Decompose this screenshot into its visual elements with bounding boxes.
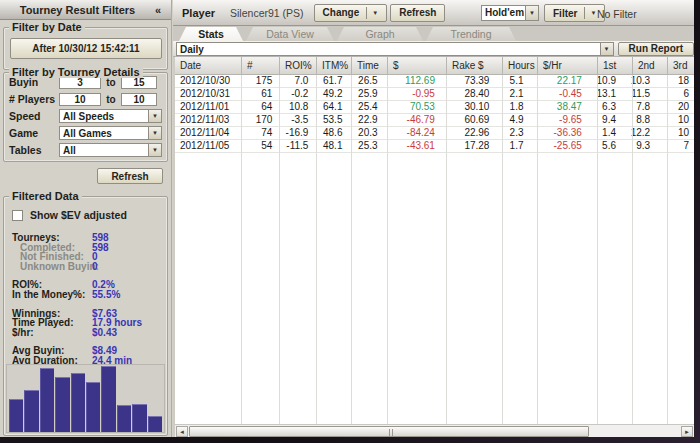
table-cell: 7.8: [621, 101, 655, 113]
scrollbar-thumb[interactable]: [189, 426, 589, 437]
column-header[interactable]: Time: [352, 57, 388, 75]
column-header[interactable]: Rake $: [447, 57, 503, 75]
column-header[interactable]: #: [242, 57, 280, 75]
table-cell: 2012/10/31: [175, 88, 240, 100]
sidebar-titlebar: Tourney Result Filters «: [0, 0, 171, 20]
column-header[interactable]: $: [388, 57, 447, 75]
table-cell: 7: [655, 140, 694, 152]
tables-dropdown-icon[interactable]: ▼: [148, 144, 161, 156]
change-dropdown-icon: ▼: [372, 10, 378, 16]
column-separator: [446, 75, 447, 424]
table-cell: 64: [240, 101, 277, 113]
players-from-input[interactable]: 10: [59, 93, 101, 106]
histogram-bar: [55, 377, 69, 432]
report-period-dropdown-icon[interactable]: ▼: [600, 43, 613, 55]
buyin-to-word: to: [101, 77, 121, 88]
column-header[interactable]: $/Hr: [538, 57, 598, 75]
table-cell: 54: [240, 140, 277, 152]
table-cell: 30.10: [440, 101, 494, 113]
speed-dropdown-icon[interactable]: ▼: [148, 110, 161, 122]
table-cell: 1.8: [494, 101, 528, 113]
players-to-input[interactable]: 10: [121, 93, 157, 106]
table-cell: 74: [240, 127, 277, 139]
table-cell: 2012/11/04: [175, 127, 240, 139]
tab-graph[interactable]: Graph: [337, 27, 423, 41]
column-header[interactable]: Date: [175, 57, 242, 75]
game-dropdown-icon[interactable]: ▼: [148, 127, 161, 139]
histogram-bar: [71, 373, 85, 432]
refresh-player-button[interactable]: Refresh: [390, 4, 445, 22]
scrollbar-grip: [389, 429, 393, 436]
table-row[interactable]: 2012/11/0474-16.948.620.3-84.2422.962.3-…: [175, 127, 694, 140]
scroll-left-icon[interactable]: ◄: [176, 426, 188, 437]
column-header[interactable]: ITM%: [317, 57, 352, 75]
main-panel: Player Silencer91 (PS) Change ▼ Refresh …: [173, 0, 694, 437]
players-to-word: to: [101, 94, 121, 105]
tab-data-view[interactable]: Data View: [246, 27, 334, 41]
scroll-right-icon[interactable]: ►: [681, 426, 693, 437]
tab-stats[interactable]: Stats: [179, 27, 243, 41]
speed-select-value: All Speeds: [60, 110, 148, 122]
button-divider: [584, 7, 585, 19]
histogram-bar: [148, 416, 162, 432]
table-row[interactable]: 2012/11/03170-3.553.522.9-46.7960.694.9-…: [175, 114, 694, 127]
table-cell: 73.39: [440, 75, 494, 87]
game-type-dropdown-icon[interactable]: ▼: [525, 6, 538, 20]
player-label: Player: [182, 7, 215, 19]
stat-value: $0.43: [92, 328, 117, 338]
app-window: Tourney Result Filters « Filter by Date …: [0, 0, 694, 437]
table-row[interactable]: 2012/11/016410.864.125.470.5330.101.838.…: [175, 101, 694, 114]
game-select[interactable]: All Games ▼: [59, 126, 162, 140]
change-player-label: Change: [323, 7, 360, 18]
column-header[interactable]: 3rd: [668, 57, 694, 75]
report-period-value: Daily: [177, 43, 600, 55]
speed-select[interactable]: All Speeds ▼: [59, 109, 162, 123]
tab-strip: Stats Data View Graph Trending: [173, 26, 694, 41]
game-type-select[interactable]: Hold'em ▼: [481, 5, 539, 21]
change-player-button[interactable]: Change ▼: [314, 4, 388, 22]
table-cell: 1.4: [587, 127, 621, 139]
table-row[interactable]: 2012/10/3161-0.249.225.9-0.9528.402.1-0.…: [175, 88, 694, 101]
column-separator: [537, 75, 538, 424]
report-period-select[interactable]: Daily ▼: [176, 42, 614, 56]
filter-by-details-legend: Filter by Tourney Details: [9, 66, 143, 78]
filters-sidebar: Tourney Result Filters « Filter by Date …: [0, 0, 172, 437]
table-cell: 7.0: [277, 75, 313, 87]
tab-trending[interactable]: Trending: [426, 27, 516, 41]
tables-row: Tables All ▼: [4, 142, 167, 158]
date-filter-button[interactable]: After 10/30/12 15:42:11: [10, 38, 162, 59]
table-cell: 5.6: [587, 140, 621, 152]
column-header[interactable]: ROI%: [280, 57, 317, 75]
collapse-sidebar-icon[interactable]: «: [155, 4, 171, 16]
column-header[interactable]: Hours: [503, 57, 538, 75]
table-cell: 61.7: [313, 75, 347, 87]
column-header[interactable]: 1st: [598, 57, 633, 75]
table-cell: 25.3: [347, 140, 382, 152]
stat-label: Unknown Buyin:: [20, 262, 99, 272]
column-separator: [667, 75, 668, 424]
column-header[interactable]: 2nd: [633, 57, 668, 75]
filter-status-text: No Filter: [597, 8, 637, 20]
table-cell: 170: [240, 114, 277, 126]
ev-adjusted-checkbox[interactable]: [12, 210, 23, 221]
report-toolbar: Daily ▼ Run Report: [173, 41, 694, 57]
tables-select[interactable]: All ▼: [59, 143, 162, 157]
table-cell: 2012/11/03: [175, 114, 240, 126]
histogram-bar: [24, 390, 38, 432]
table-cell: 9.3: [621, 140, 655, 152]
table-row[interactable]: 2012/11/0554-11.548.125.3-43.6117.281.7-…: [175, 140, 694, 153]
table-cell: -11.5: [277, 140, 313, 152]
horizontal-scrollbar[interactable]: ◄ ►: [175, 424, 694, 437]
table-cell: 49.2: [313, 88, 347, 100]
table-cell: 10.9: [587, 75, 621, 87]
stat-value: 0: [92, 262, 98, 272]
histogram-bar: [132, 404, 146, 432]
table-cell: -3.5: [277, 114, 313, 126]
filtered-stats-list: Tourneys:598Completed:598Not Finished:0U…: [12, 233, 163, 366]
table-cell: 112.69: [383, 75, 440, 87]
table-cell: 4.9: [494, 114, 528, 126]
table-row[interactable]: 2012/10/301757.061.726.5112.6973.395.122…: [175, 75, 694, 88]
sidebar-refresh-button[interactable]: Refresh: [97, 168, 163, 184]
table-cell: 6: [655, 88, 694, 100]
run-report-button[interactable]: Run Report: [618, 42, 694, 56]
